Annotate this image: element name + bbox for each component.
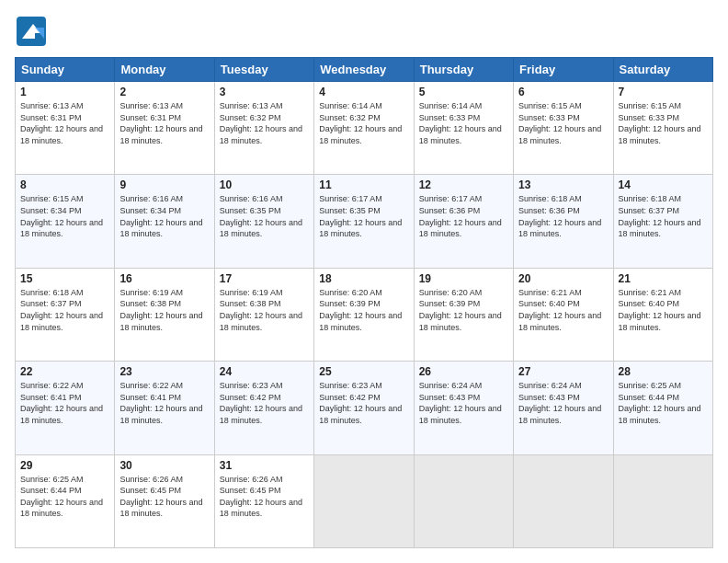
day-number: 3 bbox=[220, 86, 309, 98]
day-info: Sunrise: 6:16 AMSunset: 6:34 PMDaylight:… bbox=[119, 193, 209, 239]
calendar-day-cell: 29Sunrise: 6:25 AMSunset: 6:44 PMDayligh… bbox=[16, 454, 115, 547]
day-info: Sunrise: 6:21 AMSunset: 6:40 PMDaylight:… bbox=[518, 287, 608, 333]
day-info: Sunrise: 6:19 AMSunset: 6:38 PMDaylight:… bbox=[119, 287, 209, 333]
day-number: 28 bbox=[619, 365, 708, 378]
day-info: Sunrise: 6:15 AMSunset: 6:33 PMDaylight:… bbox=[619, 100, 708, 146]
day-info: Sunrise: 6:19 AMSunset: 6:38 PMDaylight:… bbox=[220, 287, 309, 333]
calendar-header-cell: Saturday bbox=[613, 58, 712, 82]
day-info: Sunrise: 6:14 AMSunset: 6:33 PMDaylight:… bbox=[419, 100, 508, 146]
day-info: Sunrise: 6:18 AMSunset: 6:37 PMDaylight:… bbox=[20, 287, 109, 333]
day-info: Sunrise: 6:13 AMSunset: 6:31 PMDaylight:… bbox=[20, 100, 109, 146]
calendar-day-cell: 20Sunrise: 6:21 AMSunset: 6:40 PMDayligh… bbox=[514, 268, 613, 361]
calendar-day-cell: 25Sunrise: 6:23 AMSunset: 6:42 PMDayligh… bbox=[314, 362, 414, 454]
calendar-day-cell: 26Sunrise: 6:24 AMSunset: 6:43 PMDayligh… bbox=[414, 362, 513, 454]
day-info: Sunrise: 6:23 AMSunset: 6:42 PMDaylight:… bbox=[319, 380, 408, 426]
calendar-header-cell: Sunday bbox=[16, 58, 115, 82]
calendar-day-cell: 27Sunrise: 6:24 AMSunset: 6:43 PMDayligh… bbox=[514, 362, 613, 454]
day-number: 29 bbox=[20, 459, 109, 472]
calendar-header-cell: Friday bbox=[514, 58, 613, 82]
calendar-day-cell: 7Sunrise: 6:15 AMSunset: 6:33 PMDaylight… bbox=[613, 82, 712, 175]
calendar-week-row: 1Sunrise: 6:13 AMSunset: 6:31 PMDaylight… bbox=[16, 82, 713, 175]
day-number: 11 bbox=[319, 178, 408, 191]
calendar-header-cell: Tuesday bbox=[214, 58, 313, 82]
day-number: 2 bbox=[119, 86, 209, 98]
day-info: Sunrise: 6:15 AMSunset: 6:34 PMDaylight:… bbox=[20, 193, 109, 239]
day-info: Sunrise: 6:21 AMSunset: 6:40 PMDaylight:… bbox=[619, 287, 708, 333]
calendar-day-cell: 24Sunrise: 6:23 AMSunset: 6:42 PMDayligh… bbox=[214, 362, 313, 454]
day-number: 7 bbox=[619, 86, 708, 98]
logo bbox=[15, 15, 51, 48]
day-number: 21 bbox=[619, 272, 708, 285]
day-info: Sunrise: 6:14 AMSunset: 6:32 PMDaylight:… bbox=[319, 100, 408, 146]
calendar-table: SundayMondayTuesdayWednesdayThursdayFrid… bbox=[15, 57, 713, 548]
day-number: 26 bbox=[419, 365, 508, 378]
day-number: 8 bbox=[20, 178, 109, 191]
day-info: Sunrise: 6:15 AMSunset: 6:33 PMDaylight:… bbox=[518, 100, 608, 146]
day-number: 15 bbox=[20, 272, 109, 285]
day-number: 25 bbox=[319, 365, 408, 378]
day-number: 16 bbox=[119, 272, 209, 285]
day-number: 13 bbox=[518, 178, 608, 191]
calendar-header-cell: Monday bbox=[115, 58, 214, 82]
calendar-day-cell: 15Sunrise: 6:18 AMSunset: 6:37 PMDayligh… bbox=[16, 268, 115, 361]
day-info: Sunrise: 6:13 AMSunset: 6:32 PMDaylight:… bbox=[220, 100, 309, 146]
day-info: Sunrise: 6:17 AMSunset: 6:36 PMDaylight:… bbox=[419, 193, 508, 239]
day-info: Sunrise: 6:20 AMSunset: 6:39 PMDaylight:… bbox=[319, 287, 408, 333]
calendar-day-cell: 22Sunrise: 6:22 AMSunset: 6:41 PMDayligh… bbox=[16, 362, 115, 454]
calendar-day-cell: 12Sunrise: 6:17 AMSunset: 6:36 PMDayligh… bbox=[414, 175, 513, 268]
calendar-day-cell: 4Sunrise: 6:14 AMSunset: 6:32 PMDaylight… bbox=[314, 82, 414, 175]
day-number: 23 bbox=[119, 365, 209, 378]
calendar-day-cell: 18Sunrise: 6:20 AMSunset: 6:39 PMDayligh… bbox=[314, 268, 414, 361]
calendar-day-cell: 14Sunrise: 6:18 AMSunset: 6:37 PMDayligh… bbox=[613, 175, 712, 268]
calendar-day-cell: 17Sunrise: 6:19 AMSunset: 6:38 PMDayligh… bbox=[214, 268, 313, 361]
day-info: Sunrise: 6:26 AMSunset: 6:45 PMDaylight:… bbox=[220, 474, 309, 520]
calendar-day-cell bbox=[514, 454, 613, 547]
calendar-day-cell: 21Sunrise: 6:21 AMSunset: 6:40 PMDayligh… bbox=[613, 268, 712, 361]
calendar-day-cell: 1Sunrise: 6:13 AMSunset: 6:31 PMDaylight… bbox=[16, 82, 115, 175]
calendar-day-cell: 6Sunrise: 6:15 AMSunset: 6:33 PMDaylight… bbox=[514, 82, 613, 175]
calendar-day-cell: 2Sunrise: 6:13 AMSunset: 6:31 PMDaylight… bbox=[115, 82, 214, 175]
day-info: Sunrise: 6:22 AMSunset: 6:41 PMDaylight:… bbox=[119, 380, 209, 426]
day-number: 30 bbox=[119, 459, 209, 472]
calendar-week-row: 22Sunrise: 6:22 AMSunset: 6:41 PMDayligh… bbox=[16, 362, 713, 454]
day-number: 4 bbox=[319, 86, 408, 98]
day-number: 24 bbox=[220, 365, 309, 378]
calendar-day-cell: 28Sunrise: 6:25 AMSunset: 6:44 PMDayligh… bbox=[613, 362, 712, 454]
day-number: 1 bbox=[20, 86, 109, 98]
calendar-day-cell bbox=[414, 454, 513, 547]
calendar-header-cell: Thursday bbox=[414, 58, 513, 82]
calendar-header-cell: Wednesday bbox=[314, 58, 414, 82]
calendar-day-cell: 31Sunrise: 6:26 AMSunset: 6:45 PMDayligh… bbox=[214, 454, 313, 547]
calendar-week-row: 15Sunrise: 6:18 AMSunset: 6:37 PMDayligh… bbox=[16, 268, 713, 361]
day-number: 6 bbox=[518, 86, 608, 98]
calendar-day-cell: 8Sunrise: 6:15 AMSunset: 6:34 PMDaylight… bbox=[16, 175, 115, 268]
calendar-day-cell: 3Sunrise: 6:13 AMSunset: 6:32 PMDaylight… bbox=[214, 82, 313, 175]
day-info: Sunrise: 6:17 AMSunset: 6:35 PMDaylight:… bbox=[319, 193, 408, 239]
calendar-day-cell: 30Sunrise: 6:26 AMSunset: 6:45 PMDayligh… bbox=[115, 454, 214, 547]
calendar-day-cell: 10Sunrise: 6:16 AMSunset: 6:35 PMDayligh… bbox=[214, 175, 313, 268]
calendar-day-cell bbox=[613, 454, 712, 547]
day-info: Sunrise: 6:22 AMSunset: 6:41 PMDaylight:… bbox=[20, 380, 109, 426]
calendar-week-row: 8Sunrise: 6:15 AMSunset: 6:34 PMDaylight… bbox=[16, 175, 713, 268]
logo-icon bbox=[15, 15, 48, 48]
day-info: Sunrise: 6:25 AMSunset: 6:44 PMDaylight:… bbox=[619, 380, 708, 426]
day-info: Sunrise: 6:13 AMSunset: 6:31 PMDaylight:… bbox=[119, 100, 209, 146]
day-number: 27 bbox=[518, 365, 608, 378]
calendar-day-cell: 16Sunrise: 6:19 AMSunset: 6:38 PMDayligh… bbox=[115, 268, 214, 361]
day-info: Sunrise: 6:25 AMSunset: 6:44 PMDaylight:… bbox=[20, 474, 109, 520]
day-number: 12 bbox=[419, 178, 508, 191]
day-info: Sunrise: 6:24 AMSunset: 6:43 PMDaylight:… bbox=[419, 380, 508, 426]
calendar-day-cell: 5Sunrise: 6:14 AMSunset: 6:33 PMDaylight… bbox=[414, 82, 513, 175]
day-number: 9 bbox=[119, 178, 209, 191]
day-info: Sunrise: 6:20 AMSunset: 6:39 PMDaylight:… bbox=[419, 287, 508, 333]
calendar-day-cell: 11Sunrise: 6:17 AMSunset: 6:35 PMDayligh… bbox=[314, 175, 414, 268]
day-number: 10 bbox=[220, 178, 309, 191]
day-number: 14 bbox=[619, 178, 708, 191]
day-number: 18 bbox=[319, 272, 408, 285]
calendar-body: 1Sunrise: 6:13 AMSunset: 6:31 PMDaylight… bbox=[16, 82, 713, 548]
day-number: 17 bbox=[220, 272, 309, 285]
day-info: Sunrise: 6:23 AMSunset: 6:42 PMDaylight:… bbox=[220, 380, 309, 426]
calendar-day-cell: 19Sunrise: 6:20 AMSunset: 6:39 PMDayligh… bbox=[414, 268, 513, 361]
calendar-day-cell: 23Sunrise: 6:22 AMSunset: 6:41 PMDayligh… bbox=[115, 362, 214, 454]
calendar-day-cell: 9Sunrise: 6:16 AMSunset: 6:34 PMDaylight… bbox=[115, 175, 214, 268]
